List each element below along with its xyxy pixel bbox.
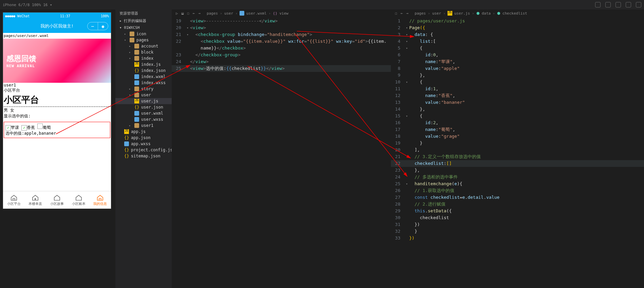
folder-user[interactable]: ▾user xyxy=(115,92,172,98)
folder-user1[interactable]: ▸user1 xyxy=(115,122,172,129)
tab-profile[interactable]: 我的信息 xyxy=(89,191,111,209)
workspace-root[interactable]: ▾ 01WXCSH xyxy=(115,24,172,31)
folder-block[interactable]: ▸block xyxy=(115,49,172,55)
cut-icon[interactable] xyxy=(615,2,621,7)
file-app-js[interactable]: JSapp.js xyxy=(115,129,172,135)
js-icon: JS xyxy=(134,99,139,103)
banner-title: 感恩回馈 xyxy=(6,54,36,64)
platform-heading: 小区平台 xyxy=(4,94,110,106)
wxss-icon xyxy=(134,117,139,122)
rotate-icon[interactable] xyxy=(595,2,601,7)
carrier-label: ●●●●● WeChat xyxy=(5,14,30,18)
devtools-topbar: iPhone 6/7/8 100% 16 ▾ xyxy=(0,0,644,9)
bookmark-icon[interactable]: ☐ xyxy=(395,11,397,16)
explorer-panel: ≡ ⌕ ⋯ 资源管理器 ▸ 打开的编辑器 ▾ 01WXCSH ▸icon ▾pa… xyxy=(115,0,172,288)
show-selected-label: 显示选中的值: xyxy=(4,113,110,119)
battery-label: 100% xyxy=(101,14,109,18)
capsule-close-icon[interactable]: ◉ xyxy=(98,22,108,30)
file-index-wxss[interactable]: index.wxss xyxy=(115,80,172,86)
js-icon: JS xyxy=(124,129,129,134)
clock-label: 11:37 xyxy=(60,14,70,18)
nav-fwd-icon[interactable]: → xyxy=(406,11,409,16)
wxml-icon xyxy=(134,74,139,79)
device-selector[interactable]: iPhone 6/7/8 100% 16 ▾ xyxy=(3,3,52,7)
male-label: 男 xyxy=(4,108,8,113)
wxss-icon xyxy=(134,80,139,85)
simulator-panel: ●●●●● WeChat 11:37 100% 我的小区我做主! ⋯ ◉ pag… xyxy=(3,12,111,209)
folder-icon xyxy=(134,123,139,128)
sim-statusbar: ●●●●● WeChat 11:37 100% xyxy=(3,13,111,19)
tab-platform[interactable]: 小区平台 xyxy=(3,191,25,209)
file-index-json[interactable]: {}index.json xyxy=(115,68,172,74)
nav-back-icon[interactable]: ← xyxy=(193,11,195,16)
folder-pages[interactable]: ▾pages xyxy=(115,37,172,43)
checkbox-grape[interactable] xyxy=(37,123,43,129)
file-app-wxss[interactable]: app.wxss xyxy=(115,141,172,147)
file-sitemap[interactable]: {}sitemap.json xyxy=(115,153,172,159)
json-icon: {} xyxy=(134,105,139,110)
user-label: user1 xyxy=(4,83,110,88)
file-index-js[interactable]: JSindex.js xyxy=(115,61,172,68)
file-app-json[interactable]: {}app.json xyxy=(115,135,172,141)
folder-icon xyxy=(134,56,139,61)
json-icon: {} xyxy=(134,68,139,73)
nav-back-icon[interactable]: ← xyxy=(401,11,403,16)
code-area[interactable]: 19<view>--------------------</view> 20▾<… xyxy=(172,17,391,73)
editor-js: JSuser.js× ⫞ ⋯ ☐←→ pages› user› JSuser.j… xyxy=(391,0,644,288)
file-user-wxml[interactable]: user.wxml xyxy=(115,110,172,116)
capsule-menu-icon[interactable]: ⋯ xyxy=(88,22,98,30)
folder-icon xyxy=(134,44,139,49)
gender-row: 男 女 xyxy=(4,108,110,113)
json-icon: {} xyxy=(124,154,129,158)
json-icon: {} xyxy=(124,148,129,152)
explorer-title: 资源管理器 xyxy=(115,9,172,17)
folder-icon xyxy=(134,50,139,55)
checkbox-apple[interactable]: ✓ xyxy=(5,125,11,131)
tab-account[interactable]: 小区账本 xyxy=(68,191,90,209)
tab-building[interactable]: 本楼单直 xyxy=(25,191,46,209)
wxml-icon xyxy=(240,11,244,16)
file-user-js[interactable]: JSuser.js xyxy=(115,98,172,104)
folder-icon-dir[interactable]: ▸icon xyxy=(115,31,172,37)
opened-editors-header[interactable]: ▸ 打开的编辑器 xyxy=(115,17,172,24)
checkbox-banana[interactable]: ✓ xyxy=(21,125,27,131)
file-project-config[interactable]: {}project.config.json xyxy=(115,147,172,153)
cb-label-2: 香蕉 xyxy=(27,125,35,130)
selected-values-text: 选中的值:apple,bananer xyxy=(5,131,109,136)
json-icon: {} xyxy=(124,135,129,140)
page-path-label: pages/user/user.wxml xyxy=(3,33,111,39)
file-user-wxss[interactable]: user.wxss xyxy=(115,116,172,122)
home-icon[interactable] xyxy=(636,2,641,7)
divider xyxy=(4,107,110,107)
wxss-icon xyxy=(124,141,129,146)
run-icon[interactable]: ▷ xyxy=(176,11,178,16)
record-icon[interactable] xyxy=(605,2,611,7)
folder-index[interactable]: ▾index xyxy=(115,55,172,61)
female-label: 女 xyxy=(10,108,14,113)
folder-story[interactable]: ▸story xyxy=(115,86,172,92)
folder-icon xyxy=(130,38,134,42)
tab-story[interactable]: 小区故事 xyxy=(46,191,68,209)
sim-tabbar: 小区平台 本楼单直 小区故事 小区账本 我的信息 xyxy=(3,191,111,209)
banner-image: 感恩回馈 NEW ARRIVAL xyxy=(3,39,111,83)
breadcrumb[interactable]: ☐←→ pages› user› JSuser.js› ⬢data› ⬢chec… xyxy=(391,9,644,17)
compare-icon[interactable]: ⬓ xyxy=(182,11,184,16)
breadcrumb[interactable]: ▷⬓☐←→ pages› user› user.wxml› ⟨⟩view xyxy=(172,9,391,17)
editor-wxml: user.wxml× ⋯ ▷⬓☐←→ pages› user› user.wxm… xyxy=(172,0,391,288)
folder-icon xyxy=(134,87,139,91)
nav-fwd-icon[interactable]: → xyxy=(198,11,201,16)
back-icon[interactable] xyxy=(626,2,631,7)
js-icon: JS xyxy=(448,11,452,16)
folder-icon xyxy=(134,93,139,97)
file-user-json[interactable]: {}user.json xyxy=(115,104,172,110)
bookmark-icon[interactable]: ☐ xyxy=(187,11,189,16)
file-index-wxml[interactable]: index.wxml xyxy=(115,74,172,80)
code-area[interactable]: 1// pages/user/user.js 2▾Page({ 3▾ data:… xyxy=(391,17,644,242)
capsule-buttons: ⋯ ◉ xyxy=(87,22,108,30)
cb-label-3: 葡萄 xyxy=(43,125,51,130)
folder-icon xyxy=(130,32,134,36)
cb-label-1: 苹课 xyxy=(11,125,19,130)
folder-account[interactable]: ▸account xyxy=(115,43,172,49)
nav-title: 我的小区我做主! xyxy=(40,23,74,29)
platform-small: 小区平台 xyxy=(4,88,110,93)
